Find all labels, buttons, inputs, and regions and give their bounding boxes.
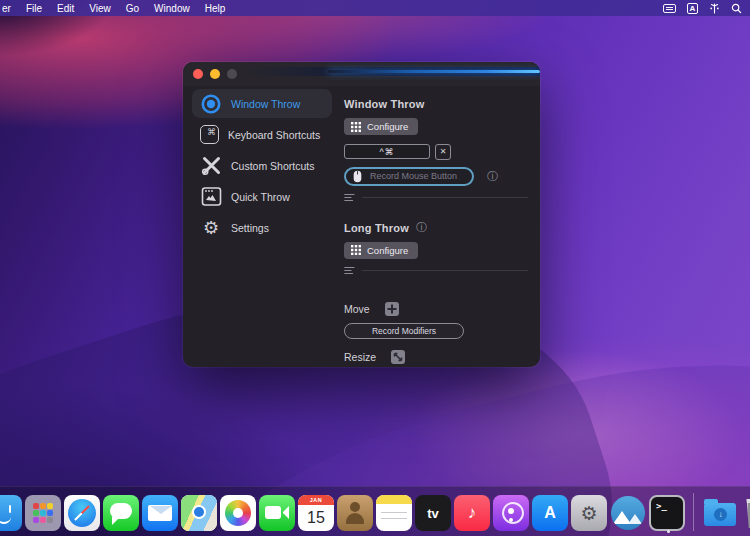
launchpad-grid [33,503,39,509]
dock-photos-icon[interactable] [220,495,256,531]
record-mouse-button[interactable]: Record Mouse Button [344,167,474,186]
grid-icon [351,122,361,132]
separator [362,270,528,271]
dock-launchpad-icon[interactable] [25,495,61,531]
menu-bar: er File Edit View Go Window Help A [0,0,750,16]
grid-icon [351,245,361,255]
titlebar-blue-streak [328,70,540,73]
sidebar: Window Throw ⌘ Keyboard Shortcuts Custom… [192,89,332,367]
command-key-icon: ⌘ [200,125,219,144]
terminal-prompt: >_ [656,501,667,511]
calendar-month: JAN [298,495,334,505]
dock-contacts-icon[interactable] [337,495,373,531]
sidebar-item-settings[interactable]: ⚙ Settings [192,213,332,242]
dock-downloads-icon[interactable]: ↓ [702,495,738,531]
tune-icon[interactable] [344,193,355,202]
long-throw-title: Long Throw [344,222,409,234]
sidebar-item-label: Window Throw [231,98,300,110]
minimize-window-button[interactable] [210,69,220,79]
menubar-item-window[interactable]: Window [154,3,190,14]
menu-items: er File Edit View Go Window Help [2,3,225,14]
download-arrow-icon: ↓ [714,508,727,521]
dock-trash-icon[interactable] [741,495,750,531]
dock-system-preferences-icon[interactable]: ⚙ [571,495,607,531]
long-throw-configure-button[interactable]: Configure [344,242,418,259]
zoom-window-button[interactable] [227,69,237,79]
dock-podcasts-icon[interactable] [493,495,529,531]
configure-label: Configure [367,245,408,256]
dock-maps-icon[interactable] [181,495,217,531]
resize-icon [391,350,405,364]
app-window: Window Throw ⌘ Keyboard Shortcuts Custom… [183,62,540,367]
move-label: Move [344,303,370,315]
mountain-icon [611,496,645,530]
menubar-item-appname[interactable]: er [2,3,11,14]
configure-label: Configure [367,121,408,132]
sidebar-item-keyboard-shortcuts[interactable]: ⌘ Keyboard Shortcuts [192,120,332,149]
menubar-item-help[interactable]: Help [205,3,226,14]
dock-safari-icon[interactable] [64,495,100,531]
compass-icon [68,499,96,527]
window-throw-title: Window Throw [344,98,528,110]
gear-icon: ⚙ [200,217,222,239]
clear-shortcut-button[interactable]: ✕ [435,144,451,160]
dock-music-icon[interactable]: ♪ [454,495,490,531]
mouse-icon [353,170,362,183]
desktop: er File Edit View Go Window Help A [0,0,750,536]
dock-finder-icon[interactable] [0,495,22,531]
quick-throw-icon [200,186,222,208]
target-icon [200,93,222,115]
accessory-status-icon[interactable] [709,3,720,14]
sidebar-item-label: Keyboard Shortcuts [228,129,320,141]
tools-icon [200,155,222,177]
dock-notes-icon[interactable] [376,495,412,531]
dock-messages-icon[interactable] [103,495,139,531]
close-window-button[interactable] [193,69,203,79]
dock-appstore-icon[interactable]: A [532,495,568,531]
dock-window-throw-app-icon[interactable] [610,495,646,531]
record-mouse-label: Record Mouse Button [362,171,465,181]
move-record-modifiers-button[interactable]: Record Modifiers [344,323,464,339]
photos-flower [225,500,251,526]
sidebar-item-label: Custom Shortcuts [231,160,314,172]
resize-label: Resize [344,351,376,363]
dock-mail-icon[interactable] [142,495,178,531]
menubar-item-view[interactable]: View [89,3,111,14]
trash-bin-icon [745,499,750,528]
spotlight-search-icon[interactable] [731,3,742,14]
running-indicator-dot [667,530,670,533]
sidebar-item-label: Quick Throw [231,191,290,203]
info-icon[interactable]: ⓘ [487,171,498,182]
keyboard-icon[interactable] [663,4,676,13]
menubar-item-file[interactable]: File [26,3,42,14]
dock-divider [693,493,694,531]
move-icon [385,302,399,316]
calendar-day: 15 [298,505,334,531]
dock-facetime-icon[interactable] [259,495,295,531]
sidebar-item-label: Settings [231,222,269,234]
sidebar-item-quick-throw[interactable]: Quick Throw [192,182,332,211]
dock: JAN 15 tv ♪ A ⚙ >_ ↓ [0,486,750,536]
shortcut-field[interactable]: ^⌘ [344,144,430,159]
long-throw-info-icon[interactable]: ⓘ [416,222,427,233]
tune-icon[interactable] [344,266,355,275]
window-throw-configure-button[interactable]: Configure [344,118,418,135]
separator [362,197,528,198]
sidebar-item-custom-shortcuts[interactable]: Custom Shortcuts [192,151,332,180]
sidebar-item-window-throw[interactable]: Window Throw [192,89,332,118]
dock-calendar-icon[interactable]: JAN 15 [298,495,334,531]
menubar-item-go[interactable]: Go [126,3,139,14]
menubar-item-edit[interactable]: Edit [57,3,74,14]
input-source-icon[interactable]: A [687,3,698,14]
content-pane: Window Throw Configure ^⌘ ✕ [332,89,528,367]
dock-appletv-icon[interactable]: tv [415,495,451,531]
dock-terminal-icon[interactable]: >_ [649,495,685,531]
title-bar[interactable] [183,62,540,86]
